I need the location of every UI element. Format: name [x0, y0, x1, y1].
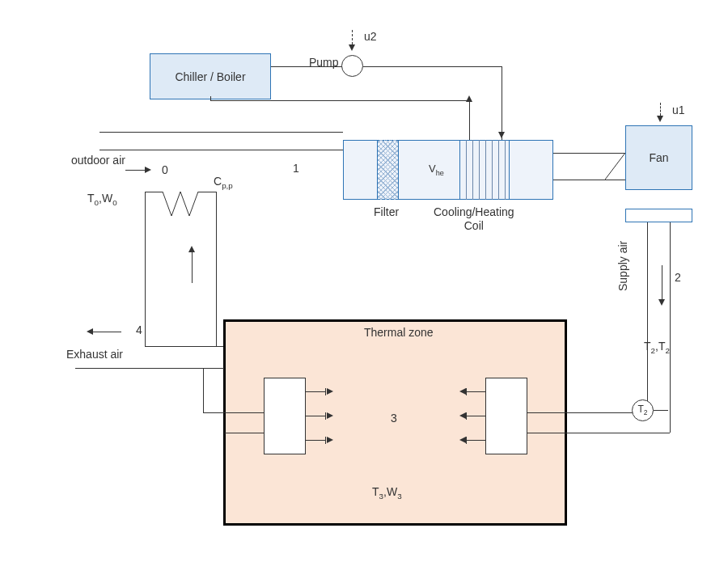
t2-sensor-lead [654, 410, 668, 411]
pipe-return-left [210, 100, 469, 101]
chiller-boiler-label: Chiller / Boiler [175, 70, 245, 83]
svg-line-0 [605, 153, 625, 180]
u2-label: u2 [364, 30, 377, 43]
node-4-label: 4 [136, 323, 142, 336]
outdoor-air-label: outdoor air [71, 154, 125, 167]
t2t2-label: T2,T2 [644, 340, 670, 355]
pipe-down-to-coil-in [502, 66, 502, 140]
filter-icon [377, 140, 399, 200]
fan-block: Fan [625, 125, 692, 190]
air-handling-unit [343, 140, 553, 200]
supply-diffuser-left [264, 378, 306, 454]
fan-outlet-damper [625, 209, 692, 222]
mix-right-wall [216, 192, 217, 294]
u1-label: u1 [672, 104, 685, 116]
coil-supply-arrowhead [498, 132, 505, 138]
duct-outdoor-top [99, 132, 343, 133]
vhe-label: Vhe [429, 163, 444, 177]
node-1-label: 1 [293, 162, 299, 175]
t2-sensor-label: T2 [637, 404, 647, 416]
node-2-label: 2 [675, 271, 681, 284]
damper-zigzag-icon [163, 192, 198, 222]
cpp-label: Cp,p [214, 175, 233, 190]
supply-arrow [658, 299, 665, 306]
recirc-arrow-shaft [192, 251, 193, 283]
pipe-chiller-to-pump [271, 66, 342, 67]
u2-arrowhead [349, 44, 355, 51]
u1-input-line [660, 103, 661, 116]
fan-label: Fan [649, 151, 668, 164]
pipe-pump-right [363, 66, 502, 67]
t2-sensor: T2 [632, 399, 654, 421]
fan-inlet-damper-icon [605, 153, 625, 180]
hvac-schematic: { "blocks": { "chiller": "Chiller / Boil… [0, 0, 728, 562]
t3w3-label: T3,W3 [372, 485, 402, 501]
node-3-label: 3 [391, 412, 397, 425]
u1-arrowhead [657, 116, 663, 122]
supply-air-label: Supply air [616, 241, 629, 291]
u2-input-line [352, 30, 353, 44]
outdoor-air-arrow [145, 167, 151, 173]
return-duct-into-mix-top [203, 412, 225, 413]
duct-ahu-to-fan-bottom [553, 180, 625, 180]
duct-exhaust-bottom [75, 368, 224, 369]
t0w0-label: T0,W0 [87, 192, 117, 207]
recirc-arrow-head [188, 246, 195, 252]
thermal-zone-label: Thermal zone [364, 326, 434, 339]
exhaust-arrow [87, 328, 93, 335]
cooling-heating-coil-icon [459, 140, 510, 200]
chiller-boiler-block: Chiller / Boiler [150, 53, 271, 99]
exhaust-air-label: Exhaust air [66, 348, 123, 361]
filter-label: Filter [374, 205, 399, 218]
mix-left-wall [145, 192, 146, 294]
node-0-label: 0 [162, 163, 168, 176]
coil-label: Cooling/Heating Coil [434, 205, 514, 233]
duct-outdoor-mid [99, 150, 343, 150]
supply-diffuser-right [485, 378, 527, 454]
supply-duct-left [647, 222, 648, 412]
supply-duct-right [670, 222, 671, 433]
pipe-coil-return-up [469, 100, 470, 140]
duct-exhaust-top [145, 346, 224, 347]
pump-icon [341, 55, 363, 77]
